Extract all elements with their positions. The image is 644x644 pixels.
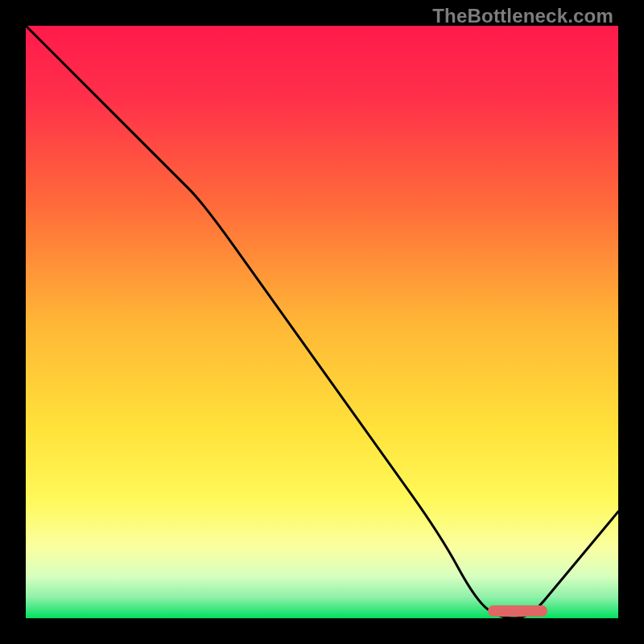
optimal-range-marker [488,605,547,617]
chart-frame: TheBottleneck.com [0,0,644,644]
plot-area [26,26,618,618]
watermark-text: TheBottleneck.com [432,5,613,27]
bottleneck-curve [26,26,618,618]
